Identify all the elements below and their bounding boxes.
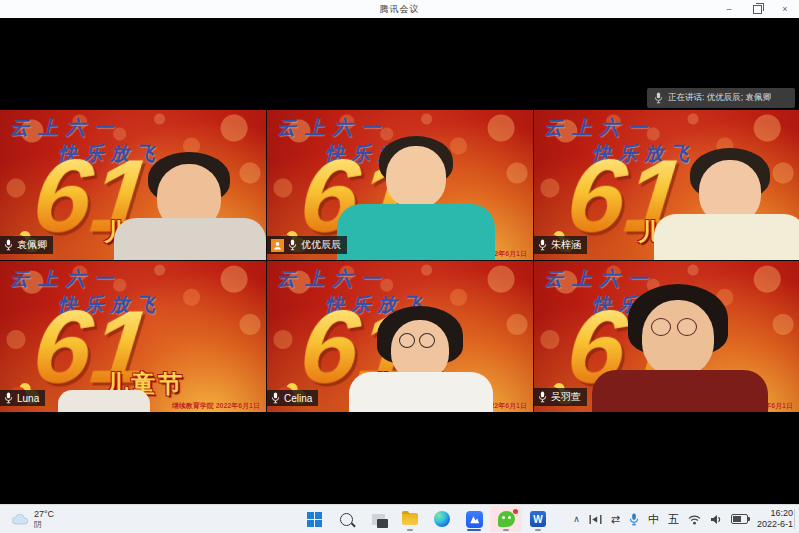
wechat-button[interactable] [490,506,522,532]
task-view-button[interactable] [362,506,394,532]
microphone-tray-icon[interactable] [629,513,639,526]
participant-video [58,390,150,412]
participant-name: 吴羽萱 [551,390,581,404]
window-controls: – × [715,0,799,18]
glasses [397,333,437,348]
ime-indicator[interactable]: 中 [648,512,659,527]
tencent-meeting-icon [466,511,483,528]
shirt [58,390,150,412]
speaking-toast-text: 正在讲话: 优优辰辰; 袁佩卿 [668,92,771,104]
taskbar-clock[interactable]: 16:20 2022-6-1 [757,508,793,531]
video-tile-zhuzihan[interactable]: 云上六一 快乐放飞 61 儿童节 继续教育学院 2022年6月1日 [534,110,799,260]
weather-widget[interactable]: 27°C 阴 [6,505,60,533]
shirt [592,370,768,412]
participant-nametag: Luna [0,390,45,406]
edge-icon [434,511,450,527]
speaking-toast: 正在讲话: 优优辰辰; 袁佩卿 [647,88,795,108]
running-indicator [407,529,413,531]
weather-condition: 阴 [34,520,54,529]
restore-button[interactable] [743,0,771,18]
participant-video [650,132,799,260]
microphone-icon [654,92,663,104]
word-icon: W [530,511,546,527]
clock-date: 2022-6-1 [757,519,793,530]
participant-name: 优优辰辰 [301,238,341,252]
participant-video [331,120,501,260]
participant-video [112,138,266,260]
banner-watermark: 继续教育学院 2022年6月1日 [172,401,260,411]
edge-button[interactable] [426,506,458,532]
close-button[interactable]: × [771,0,799,18]
search-button[interactable] [330,506,362,532]
video-tile-youyouchenchen[interactable]: 云上六一 快乐放飞 61 儿童节 继续教育学院 2022年6月1日 [267,110,533,260]
clock-time: 16:20 [757,508,793,519]
volume-icon[interactable] [710,514,722,525]
video-tile-yuanpeiqing[interactable]: 云上六一 快乐放飞 61 儿童节 继续教育学院 2022年6月1日 [0,110,266,260]
file-explorer-icon [402,513,418,525]
show-desktop-button[interactable] [794,509,797,529]
participant-nametag: Celina [267,390,318,406]
participant-name: Luna [17,393,39,404]
minimize-button[interactable]: – [715,0,743,18]
participant-nametag: 袁佩卿 [0,236,53,254]
window-title: 腾讯会议 [0,3,799,16]
participant-name: 朱梓涵 [551,238,581,252]
video-grid: 云上六一 快乐放飞 61 儿童节 继续教育学院 2022年6月1日 [0,110,799,412]
video-tile-wuyuxuan[interactable]: 云上六一 快乐放飞 61 儿童节 继续教育学院 2022年6月1日 [534,261,799,412]
running-indicator [535,529,541,531]
meeting-stage: 正在讲话: 优优辰辰; 袁佩卿 云上六一 快乐放飞 61 儿童节 继续教育学院 … [0,18,799,505]
microphone-icon [288,239,297,251]
chevron-up-icon[interactable]: ∧ [573,514,580,524]
face [642,300,714,376]
cloud-icon [12,513,29,525]
wechat-icon [498,511,515,527]
shirt [349,372,493,412]
participant-video [341,292,501,412]
participant-nametag: 优优辰辰 [267,236,347,254]
video-tile-celina[interactable]: 云上六一 快乐放飞 61 儿童节 继续教育学院 2022年6月1日 [267,261,533,412]
participant-name: 袁佩卿 [17,238,47,252]
microphone-icon [538,391,547,403]
microphone-icon [538,239,547,251]
sync-arrows-icon[interactable]: ⇄ [611,513,620,526]
start-icon [307,512,322,527]
active-speaker-icon [271,239,284,252]
restore-icon [753,5,762,14]
video-tile-luna[interactable]: 云上六一 快乐放飞 61 儿童节 继续教育学院 2022年6月1日 [0,261,266,412]
active-indicator [467,529,481,531]
shirt [654,214,799,260]
system-tray: ∧ ⇄ 中 五 [573,505,797,533]
microphone-icon [4,239,13,251]
desktop: 腾讯会议 – × 正在讲话: 优优辰辰; 袁佩卿 云上六一 [0,0,799,533]
tencent-meeting-button[interactable] [458,506,490,532]
microphone-icon [4,392,13,404]
taskbar: 27°C 阴 [0,504,799,533]
task-view-icon [372,514,385,525]
file-explorer-button[interactable] [394,506,426,532]
window-titlebar[interactable]: 腾讯会议 – × [0,0,799,19]
running-indicator [503,529,509,531]
search-icon [340,513,353,526]
face [391,320,449,380]
microphone-icon [271,392,280,404]
participant-nametag: 朱梓涵 [534,236,587,254]
taskbar-apps: W [298,505,554,533]
shirt [337,204,495,260]
participant-name: Celina [284,393,312,404]
start-button[interactable] [298,506,330,532]
notification-dot [513,509,518,514]
ime-lang-key[interactable]: 五 [668,512,679,527]
face [386,146,446,208]
glasses [648,318,700,336]
meeting-tray-icon[interactable] [589,514,602,525]
battery-icon[interactable] [731,514,748,524]
wifi-icon[interactable] [688,514,701,525]
participant-video [586,272,776,412]
shirt [114,218,266,260]
weather-temp: 27°C [34,509,54,519]
participant-nametag: 吴羽萱 [534,388,587,406]
word-button[interactable]: W [522,506,554,532]
